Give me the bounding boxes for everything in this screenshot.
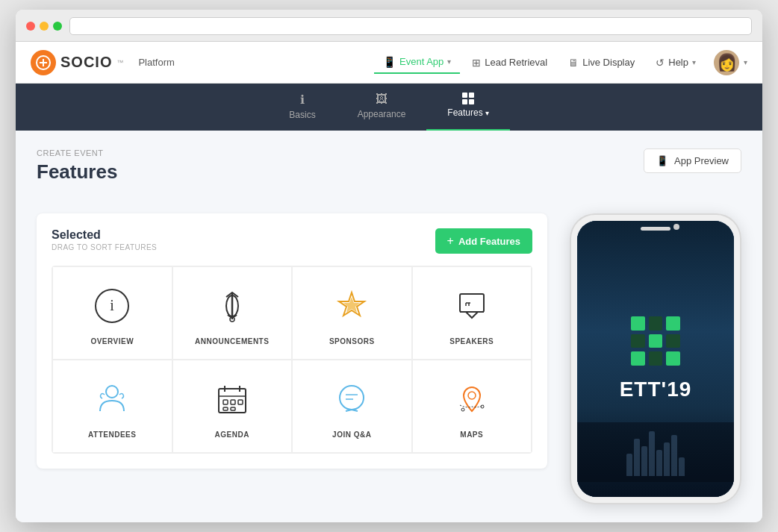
breadcrumb: CREATE EVENT (37, 148, 117, 157)
phone-icon: 📱 (383, 56, 396, 68)
feature-overview[interactable]: i OVERVIEW (52, 266, 172, 360)
tab-features-label: Features ▾ (447, 107, 488, 118)
browser-chrome (16, 10, 762, 42)
svg-text:i: i (110, 297, 114, 313)
svg-rect-15 (223, 407, 228, 410)
feature-attendees[interactable]: ATTENDEES (52, 360, 172, 453)
hash-cell-4 (631, 334, 645, 348)
image-icon: 🖼 (376, 93, 388, 106)
feature-label-attendees: ATTENDEES (88, 431, 136, 439)
tab-appearance[interactable]: 🖼 Appearance (337, 84, 427, 131)
phone-inner: ETT'19 (577, 221, 734, 497)
svg-rect-1 (462, 93, 467, 98)
logo-tm: ™ (116, 59, 123, 66)
hash-cell-7 (631, 351, 645, 366)
phone-event-name: ETT'19 (620, 378, 692, 401)
svg-rect-16 (231, 407, 235, 410)
svg-rect-2 (469, 93, 474, 98)
svg-rect-12 (223, 400, 228, 404)
phone-mockup: ETT'19 (570, 213, 741, 504)
panel-subtitle: DRAG TO SORT FEATURES (52, 243, 157, 251)
feature-join-qa[interactable]: JOIN Q&A (292, 360, 412, 453)
feature-label-maps: MAPS (460, 431, 483, 439)
feature-sponsors[interactable]: SPONSORS (292, 266, 412, 360)
help-icon: ↺ (656, 57, 665, 69)
url-bar[interactable] (69, 17, 752, 35)
chevron-down-icon: ▾ (447, 57, 451, 66)
sub-nav: ℹ Basics 🖼 Appearance Features ▾ (16, 84, 762, 131)
nav-item-help[interactable]: ↺ Help ▾ (647, 52, 705, 73)
feature-speakers[interactable]: SPEAKERS (412, 266, 532, 360)
feature-agenda[interactable]: AGENDA (172, 360, 293, 453)
phone-screen: ETT'19 (577, 221, 734, 497)
feature-label-announcements: ANNOUNCEMENTS (195, 337, 269, 345)
svg-rect-13 (231, 400, 235, 404)
add-features-label: Add Features (458, 236, 520, 247)
phone-content: ETT'19 (620, 316, 692, 401)
feature-label-sponsors: SPONSORS (329, 337, 375, 345)
page-header-row: CREATE EVENT Features 📱 App Preview (37, 148, 741, 198)
feature-announcements[interactable]: ANNOUNCEMENTS (172, 266, 293, 360)
page-title: Features (37, 160, 117, 184)
svg-rect-4 (469, 99, 474, 104)
hash-cell-6 (666, 334, 680, 348)
chevron-down-icon-help: ▾ (692, 58, 696, 66)
announcements-icon (211, 285, 253, 327)
features-grid: i OVERVIEW (52, 266, 532, 454)
user-avatar[interactable]: 👩 (714, 50, 739, 75)
hash-logo (631, 316, 680, 366)
app-preview-label: App Preview (674, 155, 729, 166)
svg-point-18 (468, 392, 476, 399)
nav-label-lead-retrieval: Lead Retrieval (485, 57, 547, 68)
svg-point-19 (461, 408, 464, 411)
overview-icon: i (91, 285, 133, 327)
nav-item-live-display[interactable]: 🖥 Live Display (559, 52, 644, 73)
phone-camera (673, 224, 679, 230)
hash-cell-2 (649, 316, 663, 331)
content-row: Selected DRAG TO SORT FEATURES + Add Fea… (37, 213, 741, 504)
svg-point-20 (481, 405, 484, 408)
svg-rect-14 (238, 400, 243, 404)
hash-cell-1 (631, 316, 645, 331)
close-button[interactable] (26, 22, 35, 31)
svg-rect-9 (460, 294, 484, 312)
tab-appearance-label: Appearance (358, 109, 406, 119)
nav-label-live-display: Live Display (582, 57, 635, 68)
agenda-icon (211, 378, 253, 420)
phone-speaker (641, 227, 670, 231)
app-preview-button[interactable]: 📱 App Preview (644, 148, 741, 173)
features-panel: Selected DRAG TO SORT FEATURES + Add Fea… (37, 213, 547, 469)
panel-header: Selected DRAG TO SORT FEATURES + Add Fea… (52, 228, 532, 254)
nav-links: 📱 Event App ▾ ⊞ Lead Retrieval 🖥 Live Di… (374, 50, 747, 75)
minimize-button[interactable] (40, 22, 49, 31)
nav-item-lead-retrieval[interactable]: ⊞ Lead Retrieval (463, 52, 556, 73)
feature-label-speakers: SPEAKERS (449, 337, 494, 345)
maps-icon (451, 378, 493, 420)
scan-icon: ⊞ (472, 57, 481, 69)
feature-maps[interactable]: MAPS (412, 360, 532, 453)
sponsors-icon (331, 285, 373, 327)
page-header-left: CREATE EVENT Features (37, 148, 117, 198)
browser-window: SOCIO™ Platform 📱 Event App ▾ ⊞ Lead Ret… (16, 10, 762, 522)
maximize-button[interactable] (53, 22, 62, 31)
feature-label-join-qa: JOIN Q&A (332, 431, 371, 439)
add-features-button[interactable]: + Add Features (435, 228, 532, 254)
hash-cell-8 (649, 351, 663, 366)
tab-basics-label: Basics (289, 110, 315, 120)
main-content: CREATE EVENT Features 📱 App Preview Sele… (16, 131, 762, 522)
nav-item-event-app[interactable]: 📱 Event App ▾ (374, 51, 460, 74)
hash-cell-5 (649, 334, 663, 348)
panel-title: Selected (52, 228, 157, 242)
hash-cell-9 (666, 351, 680, 366)
panel-header-left: Selected DRAG TO SORT FEATURES (52, 228, 157, 251)
traffic-lights (26, 22, 62, 31)
tab-basics[interactable]: ℹ Basics (268, 84, 336, 131)
logo-area[interactable]: SOCIO™ (31, 50, 123, 75)
nav-label-help: Help (668, 57, 688, 68)
platform-label: Platform (138, 57, 174, 68)
svg-point-10 (106, 386, 118, 398)
hash-cell-3 (666, 316, 680, 331)
grid-icon (462, 93, 474, 104)
top-nav: SOCIO™ Platform 📱 Event App ▾ ⊞ Lead Ret… (16, 42, 762, 84)
tab-features[interactable]: Features ▾ (426, 84, 509, 131)
